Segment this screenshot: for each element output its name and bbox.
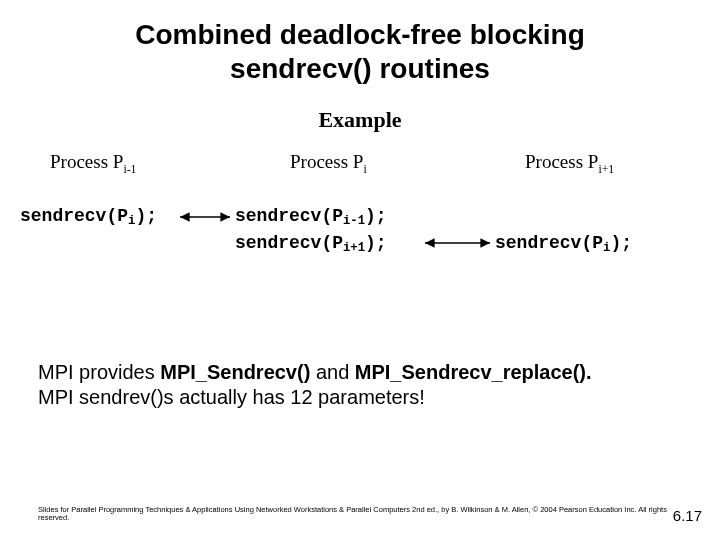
sendrecv-diagram: Process Pi-1 Process Pi Process Pi+1 sen… <box>20 151 700 311</box>
body-line2: MPI sendrev()s actually has 12 parameter… <box>38 386 425 408</box>
code-tail: ); <box>135 206 157 226</box>
process-label-mid: Process Pi <box>290 151 367 173</box>
code-sub: i+1 <box>343 241 365 255</box>
title-line-1: Combined deadlock-free blocking <box>135 19 585 50</box>
process-sub: i <box>363 163 366 176</box>
code-call: sendrecv(P <box>235 206 343 226</box>
code-call: sendrecv(P <box>20 206 128 226</box>
code-mid-1: sendrecv(Pi-1); <box>235 206 387 228</box>
footer-credit: Slides for Parallel Programming Techniqu… <box>38 506 678 523</box>
slide-title: Combined deadlock-free blocking sendrecv… <box>0 0 720 85</box>
process-prefix: Process P <box>50 151 123 172</box>
body-line1-mid: and <box>310 361 354 383</box>
process-sub: i+1 <box>598 163 614 176</box>
code-left: sendrecv(Pi); <box>20 206 157 228</box>
slide: Combined deadlock-free blocking sendrecv… <box>0 0 720 540</box>
body-line1-bold2: MPI_Sendrecv_replace(). <box>355 361 592 383</box>
body-line1-pre: MPI provides <box>38 361 160 383</box>
process-label-left: Process Pi-1 <box>50 151 136 173</box>
process-prefix: Process P <box>525 151 598 172</box>
title-line-2: sendrecv() routines <box>230 53 490 84</box>
process-sub: i-1 <box>123 163 136 176</box>
process-label-right: Process Pi+1 <box>525 151 614 173</box>
code-call: sendrecv(P <box>495 233 603 253</box>
code-mid-2: sendrecv(Pi+1); <box>235 233 387 255</box>
code-right: sendrecv(Pi); <box>495 233 632 255</box>
process-prefix: Process P <box>290 151 363 172</box>
body-text: MPI provides MPI_Sendrecv() and MPI_Send… <box>38 360 688 410</box>
body-line1-bold1: MPI_Sendrecv() <box>160 361 310 383</box>
code-call: sendrecv(P <box>235 233 343 253</box>
code-tail: ); <box>365 206 387 226</box>
example-heading: Example <box>0 107 720 133</box>
code-tail: ); <box>365 233 387 253</box>
page-number: 6.17 <box>673 507 702 524</box>
code-sub: i-1 <box>343 214 365 228</box>
code-tail: ); <box>610 233 632 253</box>
